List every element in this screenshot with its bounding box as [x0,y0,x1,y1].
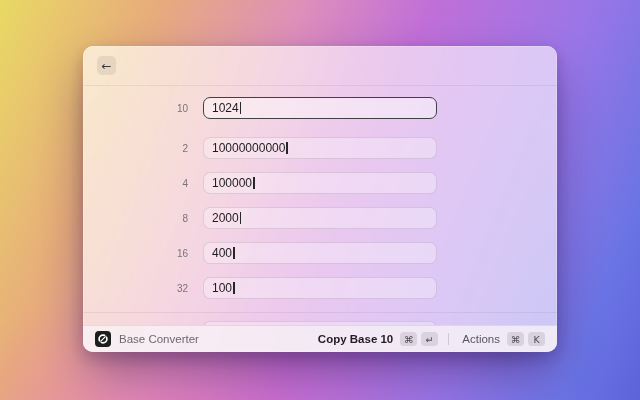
base-label: 32 [83,283,188,294]
form-row: 10 1024 [83,97,557,119]
base-converter-icon [95,331,111,347]
base-input[interactable]: 10000000000 [203,137,437,159]
base-input[interactable]: 2000 [203,207,437,229]
form-row: 8 2000 [83,207,557,229]
text-caret [240,212,242,224]
base-label: 16 [83,248,188,259]
return-key: ↵ [421,332,438,346]
form-row: 2 10000000000 [83,137,557,159]
text-caret [286,142,288,154]
base-input-value: 400 [212,246,232,260]
window-header: ← [83,46,557,86]
form-row: 32 100 [83,277,557,299]
base-label: 4 [83,178,188,189]
form-content: 10 1024 2 10000000000 4 100000 8 2000 16… [83,86,557,325]
base-label: 8 [83,213,188,224]
actions-menu-button[interactable]: Actions [462,333,500,345]
form-rows: 10 1024 2 10000000000 4 100000 8 2000 16… [83,97,557,299]
base-input[interactable]: 100 [203,277,437,299]
base-input-value: 2000 [212,211,239,225]
base-input[interactable]: 100000 [203,172,437,194]
footer-actions: Copy Base 10 ⌘ ↵ Actions ⌘ K [318,332,545,346]
base-input[interactable]: 1024 [203,97,437,119]
base-input[interactable]: 400 [203,242,437,264]
form-row: 4 100000 [83,172,557,194]
text-caret [240,102,242,114]
form-row: 16 400 [83,242,557,264]
base-input-value: 1024 [212,101,239,115]
primary-action-button[interactable]: Copy Base 10 [318,333,393,345]
base-input-value: 100 [212,281,232,295]
base-label: 10 [83,103,188,114]
text-caret [233,282,235,294]
base-input-value: 10000000000 [212,141,285,155]
k-key: K [528,332,545,346]
form-section-divider [83,312,557,313]
back-button[interactable]: ← [97,56,116,75]
back-arrow-icon: ← [101,60,111,72]
app-name: Base Converter [119,333,199,345]
base-input-value: 100000 [212,176,252,190]
base-label: 2 [83,143,188,154]
footer-divider [448,333,449,345]
status-bar: Base Converter Copy Base 10 ⌘ ↵ Actions … [83,325,557,352]
cmd-key: ⌘ [400,332,417,346]
text-caret [233,247,235,259]
cmd-key: ⌘ [507,332,524,346]
base-converter-window: ← 10 1024 2 10000000000 4 100000 8 2000 [83,46,557,352]
text-caret [253,177,255,189]
